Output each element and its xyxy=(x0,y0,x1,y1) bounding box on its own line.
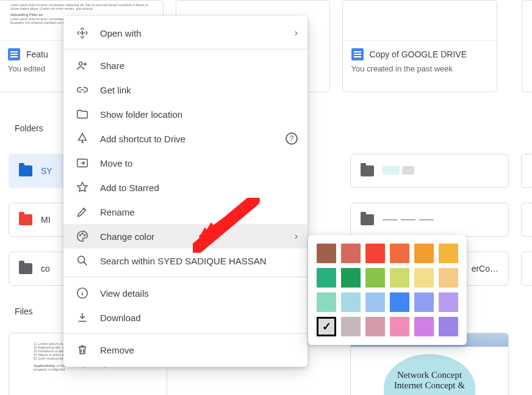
folder-item[interactable] xyxy=(521,154,532,188)
menu-view-details[interactable]: View details xyxy=(63,281,307,305)
chevron-right-icon: › xyxy=(295,231,298,242)
menu-add-to-starred[interactable]: Add to Starred xyxy=(63,175,307,200)
menu-label: Open with xyxy=(100,28,284,38)
move-to-icon xyxy=(76,156,89,170)
open-with-icon xyxy=(76,26,89,40)
color-swatch[interactable] xyxy=(390,268,409,288)
color-swatch[interactable] xyxy=(365,317,385,336)
menu-remove[interactable]: Remove xyxy=(63,338,307,362)
menu-get-link[interactable]: Get link xyxy=(63,78,307,102)
menu-open-with[interactable]: Open with › xyxy=(63,21,307,45)
menu-label: Move to xyxy=(100,158,298,169)
color-swatch[interactable] xyxy=(341,268,361,288)
svg-point-2 xyxy=(79,234,81,236)
color-swatch[interactable] xyxy=(439,268,458,288)
color-swatch[interactable] xyxy=(365,292,385,312)
folder-icon xyxy=(19,165,32,176)
color-swatch[interactable] xyxy=(390,292,409,312)
link-icon xyxy=(76,83,89,96)
svg-point-3 xyxy=(82,233,83,234)
doc-title: Copy of GOOGLE DRIVE xyxy=(370,49,467,59)
files-heading: Files xyxy=(15,306,33,316)
doc-thumbnail xyxy=(343,1,497,40)
menu-label: Add shortcut to Drive xyxy=(100,134,275,144)
menu-label: Add to Starred xyxy=(100,183,298,193)
color-swatch[interactable] xyxy=(439,244,458,263)
menu-separator xyxy=(63,277,307,277)
color-swatch[interactable] xyxy=(317,268,336,288)
color-swatch[interactable] xyxy=(317,292,336,312)
google-docs-icon xyxy=(8,48,20,60)
color-swatch[interactable] xyxy=(341,244,361,263)
folder-icon xyxy=(19,263,32,274)
menu-share[interactable]: Share xyxy=(63,53,307,78)
color-swatch[interactable] xyxy=(390,244,409,263)
star-icon xyxy=(76,181,89,194)
menu-separator xyxy=(63,333,307,334)
palette-icon xyxy=(76,230,89,243)
help-icon[interactable]: ? xyxy=(286,132,298,145)
folder-item[interactable] xyxy=(350,154,509,188)
menu-download[interactable]: Download xyxy=(63,305,307,330)
rename-icon xyxy=(76,205,89,219)
folder-label xyxy=(383,166,498,176)
menu-label: Rename xyxy=(100,207,298,217)
color-palette xyxy=(308,235,467,345)
color-swatch[interactable] xyxy=(414,268,434,288)
menu-separator xyxy=(63,49,307,49)
folder-item[interactable] xyxy=(521,203,532,237)
color-swatch[interactable] xyxy=(414,292,434,312)
color-swatch[interactable] xyxy=(414,244,434,263)
color-swatch[interactable] xyxy=(390,317,409,336)
color-swatch[interactable] xyxy=(317,244,336,263)
search-icon xyxy=(76,254,89,267)
svg-point-4 xyxy=(84,234,85,236)
menu-show-folder-location[interactable]: Show folder location xyxy=(63,102,307,126)
slide-body: Network Concept Internet Concept & xyxy=(384,354,475,395)
slide-line: Network Concept xyxy=(397,370,462,380)
svg-point-0 xyxy=(79,62,83,66)
color-swatch[interactable] xyxy=(365,244,385,263)
slide-line: Internet Concept & xyxy=(394,380,465,391)
share-icon xyxy=(76,59,89,72)
folder-label xyxy=(383,219,498,220)
download-icon xyxy=(76,311,89,324)
doc-title: Featu xyxy=(26,49,48,59)
add-shortcut-icon xyxy=(76,132,89,145)
color-swatch[interactable] xyxy=(341,292,361,312)
menu-label: View details xyxy=(100,288,298,299)
menu-label: Change color xyxy=(100,231,284,242)
menu-label: Remove xyxy=(100,345,298,355)
color-swatch[interactable] xyxy=(365,268,385,288)
menu-label: Search within SYED SADIQUE HASSAN xyxy=(100,256,298,266)
color-swatch[interactable] xyxy=(341,317,361,336)
menu-add-shortcut[interactable]: Add shortcut to Drive ? xyxy=(63,126,307,151)
shared-folder-icon xyxy=(19,214,32,225)
menu-rename[interactable]: Rename xyxy=(63,200,307,224)
doc-card[interactable] xyxy=(522,0,532,92)
folder-icon xyxy=(76,107,89,121)
menu-move-to[interactable]: Move to xyxy=(63,151,307,175)
color-swatch[interactable] xyxy=(414,317,434,336)
svg-point-5 xyxy=(78,256,85,263)
google-docs-icon xyxy=(351,48,364,60)
doc-subtitle: You created in the past week xyxy=(351,64,488,73)
menu-label: Get link xyxy=(100,85,298,95)
context-menu: Open with › Share Get link Show folder l… xyxy=(63,16,307,367)
menu-label: Download xyxy=(100,313,298,323)
menu-change-color[interactable]: Change color › xyxy=(63,224,307,248)
folders-heading: Folders xyxy=(15,123,43,133)
folder-item[interactable] xyxy=(521,252,532,286)
folder-icon xyxy=(361,165,374,176)
trash-icon xyxy=(76,343,89,357)
color-swatch[interactable] xyxy=(317,317,336,336)
folder-item[interactable] xyxy=(350,203,509,237)
info-icon xyxy=(76,286,89,300)
menu-label: Share xyxy=(100,60,298,71)
folder-icon xyxy=(361,214,374,225)
menu-search-within[interactable]: Search within SYED SADIQUE HASSAN xyxy=(63,248,307,273)
color-swatch[interactable] xyxy=(439,317,458,336)
chevron-right-icon: › xyxy=(295,27,298,38)
doc-card[interactable]: Copy of GOOGLE DRIVE You created in the … xyxy=(342,0,497,92)
color-swatch[interactable] xyxy=(439,292,458,312)
